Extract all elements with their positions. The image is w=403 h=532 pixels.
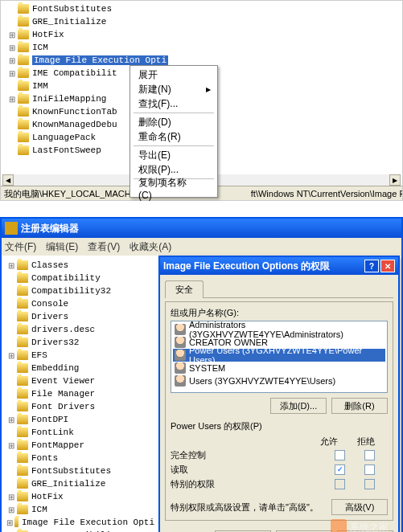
expand-icon[interactable] <box>7 108 16 117</box>
tree-item[interactable]: FontSubstitutes <box>7 2 402 15</box>
scroll-right-button[interactable]: ▶ <box>389 174 401 186</box>
tree-item[interactable]: ICM <box>6 503 154 516</box>
menu-export[interactable]: 导出(E) <box>132 148 216 162</box>
perm-header: 允许 拒绝 <box>171 436 388 448</box>
tree-item[interactable]: FontDPI <box>6 413 154 426</box>
expand-icon[interactable] <box>6 480 15 489</box>
expand-icon[interactable] <box>6 415 15 424</box>
tree-item[interactable]: EFS <box>6 349 154 362</box>
tree-item[interactable]: IME Compatibility <box>6 529 154 532</box>
expand-icon[interactable] <box>6 467 15 476</box>
allow-checkbox[interactable] <box>335 479 345 489</box>
expand-icon[interactable] <box>7 82 16 91</box>
expand-icon[interactable] <box>6 454 15 463</box>
menu-favorites[interactable]: 收藏夹(A) <box>130 240 171 254</box>
menu-expand[interactable]: 展开 <box>132 68 216 82</box>
scroll-left-button[interactable]: ◀ <box>2 174 14 186</box>
menu-edit[interactable]: 编辑(E) <box>46 240 78 254</box>
expand-icon[interactable] <box>6 428 15 437</box>
expand-icon[interactable] <box>7 31 16 39</box>
expand-icon[interactable] <box>7 146 16 155</box>
tree-item[interactable]: Event Viewer <box>6 374 154 387</box>
menu-rename[interactable]: 重命名(R) <box>132 129 216 144</box>
tree-item[interactable]: FontSubstitutes <box>6 464 154 477</box>
expand-icon[interactable] <box>6 300 15 309</box>
user-label: SYSTEM <box>189 363 225 373</box>
menu-find[interactable]: 查找(F)... <box>132 96 216 111</box>
deny-checkbox[interactable] <box>364 464 375 475</box>
expand-icon[interactable] <box>6 325 15 334</box>
watermark-text: 系统之家 <box>350 521 389 533</box>
tree-item[interactable]: Font Drivers <box>6 400 154 413</box>
expand-icon[interactable] <box>6 287 15 296</box>
tree-item[interactable]: Drivers32 <box>6 336 154 349</box>
menu-permissions[interactable]: 权限(P)... <box>132 162 216 177</box>
expand-icon[interactable] <box>6 377 15 386</box>
menu-file[interactable]: 文件(F) <box>5 240 36 254</box>
regedit-title-bar[interactable]: 注册表编辑器 <box>2 219 401 238</box>
users-listbox[interactable]: Administrators (3YGXHVYZWTE4YYE\Administ… <box>171 321 388 393</box>
expand-icon[interactable] <box>7 56 16 65</box>
expand-icon[interactable] <box>7 18 16 27</box>
tree-item[interactable]: File Manager <box>6 387 154 400</box>
expand-icon[interactable] <box>6 338 15 347</box>
deny-checkbox[interactable] <box>364 450 375 460</box>
tree-item[interactable]: FontMapper <box>6 439 154 452</box>
allow-checkbox[interactable] <box>335 464 345 475</box>
menu-copy-key-name[interactable]: 复制项名称(C) <box>132 181 216 195</box>
deny-checkbox[interactable] <box>364 479 375 489</box>
tree-item[interactable]: HotFix <box>6 490 154 503</box>
tree-item[interactable]: FontLink <box>6 426 154 439</box>
expand-icon[interactable] <box>6 441 15 450</box>
expand-icon[interactable] <box>6 313 15 321</box>
expand-icon[interactable] <box>6 493 15 501</box>
expand-icon[interactable] <box>7 43 16 52</box>
tree-item[interactable]: GRE_Initialize <box>6 477 154 490</box>
menu-delete[interactable]: 删除(D) <box>132 115 216 129</box>
folder-icon <box>17 286 28 296</box>
tree-item[interactable]: GRE_Initialize <box>7 15 402 28</box>
user-list-item[interactable]: Administrators (3YGXHVYZWTE4YYE\Administ… <box>173 323 385 336</box>
close-button[interactable]: ✕ <box>380 260 395 272</box>
expand-icon[interactable] <box>6 364 15 373</box>
menu-new[interactable]: 新建(N) <box>132 82 216 96</box>
expand-icon[interactable] <box>6 505 15 514</box>
remove-button[interactable]: 删除(R) <box>331 398 388 414</box>
expand-icon[interactable] <box>7 95 16 104</box>
tree-item[interactable]: Fonts <box>6 452 154 464</box>
add-button[interactable]: 添加(D)... <box>270 398 327 414</box>
tree-item[interactable]: Embedding <box>6 362 154 374</box>
registry-tree-bottom[interactable]: ClassesCompatibilityCompatibility32Conso… <box>2 256 154 532</box>
tab-security[interactable]: 安全 <box>165 280 204 298</box>
expand-icon[interactable] <box>7 133 16 142</box>
tree-item[interactable]: Classes <box>6 259 154 272</box>
tree-item[interactable]: Console <box>6 297 154 310</box>
expand-icon[interactable] <box>7 121 16 129</box>
user-list-item[interactable]: Users (3YGXHVYZWTE4YYE\Users) <box>173 374 385 387</box>
tree-label: Image File Execution Opti <box>22 518 154 527</box>
expand-icon[interactable] <box>6 274 15 283</box>
tree-item[interactable]: Drivers <box>6 310 154 323</box>
tree-item[interactable]: Compatibility32 <box>6 284 154 297</box>
expand-icon[interactable] <box>6 261 15 270</box>
advanced-button[interactable]: 高级(V) <box>331 499 388 515</box>
user-list-item[interactable]: Power Users (3YGXHVYZWTE4YYE\Power Users… <box>173 349 385 362</box>
expand-icon[interactable] <box>7 5 16 14</box>
tree-item[interactable]: HotFix <box>7 28 402 41</box>
tree-item[interactable]: Compatibility <box>6 272 154 284</box>
perm-title-bar[interactable]: Image File Execution Options 的权限 ? ✕ <box>160 257 398 275</box>
allow-checkbox[interactable] <box>335 450 345 460</box>
menu-view[interactable]: 查看(V) <box>88 240 120 254</box>
tree-item[interactable]: drivers.desc <box>6 323 154 336</box>
expand-icon[interactable] <box>6 390 15 399</box>
tree-item[interactable]: Image File Execution Opti <box>6 516 154 529</box>
folder-icon <box>18 68 29 78</box>
expand-icon[interactable] <box>6 403 15 411</box>
expand-icon[interactable] <box>6 518 13 527</box>
tree-item[interactable]: ICM <box>7 41 402 54</box>
help-button[interactable]: ? <box>364 260 379 272</box>
folder-icon <box>17 325 28 334</box>
expand-icon[interactable] <box>6 351 15 360</box>
user-label: Users (3YGXHVYZWTE4YYE\Users) <box>189 376 335 386</box>
expand-icon[interactable] <box>7 69 16 78</box>
